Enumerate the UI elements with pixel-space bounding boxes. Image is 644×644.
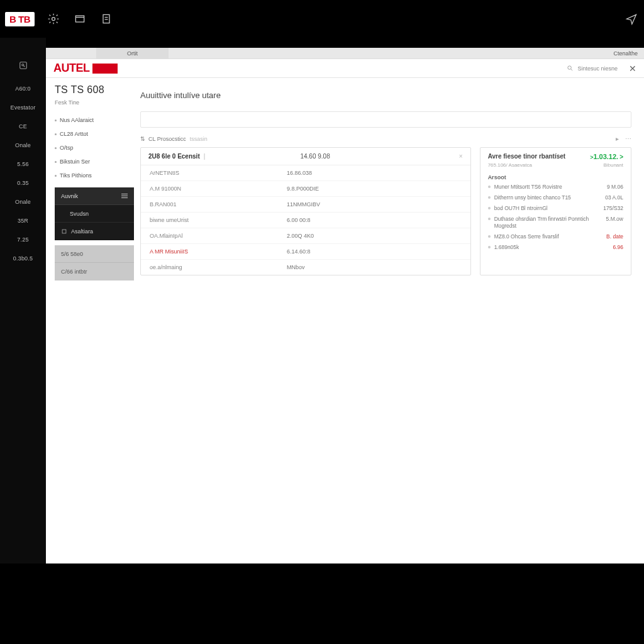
main-content: Auuittive intulíve utare ⇅ CL Prosocstic… <box>134 78 644 564</box>
svg-point-9 <box>568 66 572 70</box>
sidebar-item[interactable]: 0.3b0.5 <box>13 255 33 262</box>
filter-icon[interactable]: ⇅ <box>140 136 145 142</box>
sidebar-item[interactable]: Onale <box>15 142 31 148</box>
page-title: TS TS 608 <box>55 84 134 96</box>
window-icon[interactable] <box>72 11 87 26</box>
search-panel-icon[interactable] <box>16 58 31 73</box>
secondary-nav: TS TS 608 Fesk Tine Nus AAlaraict CL28 A… <box>46 78 134 564</box>
table-row[interactable]: A MR MisuniiIS6.14.60:8 <box>141 244 470 260</box>
header-search[interactable]: Sintesuc niesne <box>567 65 618 72</box>
panel-value: 14.60 9.08 <box>300 153 330 160</box>
list-item[interactable]: MZ8.0 Ohcas Serre fivarslifB. date <box>480 231 631 242</box>
nav-block-a: Auvnik <box>55 187 134 205</box>
nav-block-item[interactable]: Asaltiara <box>55 223 134 240</box>
detail-panel: >1.03.12.> Avre fiesoe tinor rbantíset 7… <box>480 147 631 275</box>
detail-sub: Bibunant <box>603 162 623 168</box>
filter-bar: ⇅ CL Prosocsticc tssasin ▸ ⋯ <box>140 135 631 142</box>
table-row[interactable]: ArNETINtIS16.86.038 <box>141 165 470 181</box>
list-item[interactable]: 1.689n05k6.96 <box>480 242 631 253</box>
table-row[interactable]: OA.MlainIpAl2.00Q 4K0 <box>141 228 470 244</box>
nav-item[interactable]: Nus AAlaraict <box>55 113 134 127</box>
nav-block-b: 5/6 58e0 C/66 intbtr <box>55 245 134 280</box>
tab-meta: Ctenalthe <box>613 50 644 57</box>
detail-section: Arsoot <box>480 172 631 182</box>
sidebar-item[interactable]: 0.35 <box>17 180 28 186</box>
table-row[interactable]: A.M 91000N9.8.P000DIE <box>141 181 470 197</box>
sidebar-item[interactable]: 35R <box>18 218 28 224</box>
document-icon[interactable] <box>99 11 114 26</box>
action-icon[interactable]: ⋯ <box>625 135 631 142</box>
action-icon[interactable]: ▸ <box>616 135 619 142</box>
page-subtitle: Fesk Tine <box>55 99 134 106</box>
brand-logo[interactable]: AUTEL <box>53 62 90 75</box>
svg-rect-11 <box>62 230 66 233</box>
sidebar-item[interactable]: Onale <box>15 199 31 205</box>
svg-rect-3 <box>103 14 109 23</box>
summary-panel: 2U8 6le 0 Ecensit | 14.60 9.08 × ArNETIN… <box>140 147 471 275</box>
nav-block-item[interactable]: C/66 intbtr <box>55 263 134 280</box>
nav-block-a2: Svudsn Asaltiara <box>55 205 134 240</box>
list-item[interactable]: Muner Mtitsortt TS6 Rovistre9 M.06 <box>480 182 631 192</box>
table-row[interactable]: B.RAN00111NMMGIBV <box>141 197 470 213</box>
nav-item[interactable]: O/tsp <box>55 141 134 155</box>
content-search-input[interactable] <box>140 111 631 128</box>
close-icon[interactable]: ✕ <box>629 64 636 74</box>
sidebar-item[interactable]: 7.25 <box>17 236 28 243</box>
nav-block-item[interactable]: Auvnik <box>55 187 134 205</box>
table-row[interactable]: oe.a/nlmaingMNbov <box>141 260 470 275</box>
content-frame: ♡ Ortit Ctenalthe AUTEL Sintesuc niesne … <box>46 48 644 564</box>
filter-label[interactable]: CL Prosocsticc <box>148 136 186 142</box>
nav-item[interactable]: Bikstuin Ser <box>55 155 134 169</box>
content-title: Auuittive intulíve utare <box>140 91 631 100</box>
app-logo[interactable]: B TB <box>5 12 35 26</box>
list-item[interactable]: bod OU7H Bl ntroirnGl175/S32 <box>480 203 631 214</box>
list-item[interactable]: Ditherrn unsy bintec chanco T1503 A.0L <box>480 192 631 203</box>
sidebar-item[interactable]: A60:0 <box>15 86 31 92</box>
svg-point-7 <box>21 64 23 66</box>
app-toolbar: B TB <box>0 0 644 38</box>
nav-block-item[interactable]: Svudsn <box>55 205 134 223</box>
panel-close-icon[interactable]: × <box>459 153 463 160</box>
amount-value: >1.03.12.> <box>590 153 623 160</box>
list-item[interactable]: Duthase ohsrdian Trm finrwstri Ponntich … <box>480 214 631 231</box>
primary-sidebar: A60:0 Evestator CE Onale 5.56 0.35 Onale… <box>0 38 46 564</box>
nav-item[interactable]: Tiks Pithions <box>55 169 134 182</box>
send-icon[interactable] <box>624 11 639 26</box>
nav-item[interactable]: CL28 Arttot <box>55 127 134 141</box>
nav-block-item[interactable]: 5/6 58e0 <box>55 245 134 263</box>
svg-point-0 <box>52 18 55 21</box>
panel-title: 2U8 6le 0 Ecensit <box>148 153 200 160</box>
gear-icon[interactable] <box>46 11 61 26</box>
svg-line-10 <box>571 69 572 70</box>
frame-header: AUTEL Sintesuc niesne ✕ <box>46 59 644 78</box>
filter-sublabel: tssasin <box>190 136 208 142</box>
sidebar-item[interactable]: CE <box>19 123 27 130</box>
sidebar-item[interactable]: 5.56 <box>17 161 28 167</box>
search-label: Sintesuc niesne <box>577 65 618 72</box>
detail-sub: 765.106/ Asaevatca <box>488 162 532 168</box>
table-row[interactable]: biwne umeUrist6.00 00:8 <box>141 213 470 228</box>
sidebar-item[interactable]: Evestator <box>11 104 36 111</box>
svg-line-8 <box>23 66 25 67</box>
tab-strip: ♡ Ortit Ctenalthe <box>46 48 644 59</box>
brand-accent <box>92 64 118 74</box>
menu-icon[interactable] <box>121 194 128 198</box>
active-tab[interactable]: Ortit <box>96 48 169 59</box>
svg-rect-1 <box>75 16 84 22</box>
